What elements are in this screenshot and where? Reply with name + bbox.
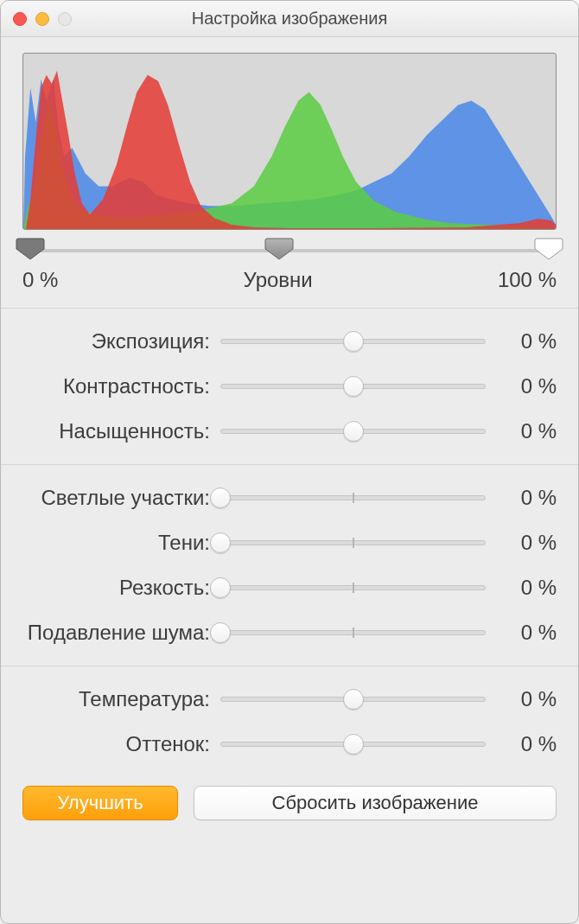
- saturation-row: Насыщенность:0 %: [10, 409, 557, 454]
- sharpness-slider[interactable]: [220, 577, 486, 599]
- tint-row: Оттенок:0 %: [10, 722, 557, 767]
- exposure-slider[interactable]: [220, 330, 486, 353]
- slider-thumb[interactable]: [343, 331, 364, 352]
- exposure-value: 0 %: [496, 329, 557, 354]
- levels-black-handle[interactable]: [16, 237, 45, 261]
- shadows-slider[interactable]: [220, 532, 486, 554]
- highlights-row: Светлые участки:0 %: [10, 475, 557, 520]
- slider-thumb[interactable]: [343, 376, 364, 397]
- highlights-value: 0 %: [496, 486, 557, 510]
- levels-slider[interactable]: [22, 237, 557, 266]
- contrast-slider[interactable]: [220, 375, 486, 398]
- sharpness-row: Резкость:0 %: [10, 565, 557, 610]
- levels-labels: 0 % Уровни 100 %: [22, 266, 557, 304]
- slider-thumb[interactable]: [343, 689, 364, 710]
- slider-thumb[interactable]: [210, 532, 231, 553]
- enhance-button[interactable]: Улучшить: [22, 786, 178, 820]
- slider-thumb[interactable]: [210, 487, 231, 508]
- levels-max-label: 100 %: [498, 268, 557, 292]
- reset-button[interactable]: Сбросить изображение: [194, 786, 557, 820]
- slider-thumb[interactable]: [343, 421, 364, 442]
- exposure-label: Экспозиция:: [10, 329, 210, 354]
- slider-thumb[interactable]: [343, 734, 364, 755]
- tint-label: Оттенок:: [10, 732, 210, 756]
- slider-tick: [353, 538, 354, 548]
- saturation-label: Насыщенность:: [10, 419, 210, 443]
- noise-label: Подавление шума:: [10, 621, 210, 645]
- saturation-slider[interactable]: [220, 420, 486, 443]
- tint-value: 0 %: [496, 732, 557, 756]
- sharpness-label: Резкость:: [10, 576, 210, 600]
- slider-group: Экспозиция:0 %Контрастность:0 %Насыщенно…: [1, 309, 578, 465]
- levels-white-handle[interactable]: [534, 237, 563, 261]
- button-bar: Улучшить Сбросить изображение: [1, 777, 578, 842]
- tint-slider[interactable]: [220, 733, 486, 755]
- shadows-label: Тени:: [10, 531, 210, 555]
- highlights-slider[interactable]: [220, 487, 486, 509]
- temperature-value: 0 %: [496, 687, 557, 711]
- titlebar: Настройка изображения: [1, 1, 578, 37]
- shadows-row: Тени:0 %: [10, 520, 557, 565]
- slider-thumb[interactable]: [210, 577, 231, 598]
- slider-group: Светлые участки:0 %Тени:0 %Резкость:0 %П…: [1, 465, 578, 666]
- slider-group: Температура:0 %Оттенок:0 %: [1, 666, 578, 777]
- noise-value: 0 %: [496, 621, 557, 645]
- slider-thumb[interactable]: [210, 622, 231, 643]
- window-title: Настройка изображения: [1, 9, 578, 29]
- noise-slider[interactable]: [220, 621, 486, 644]
- highlights-label: Светлые участки:: [10, 486, 210, 510]
- temperature-slider[interactable]: [220, 688, 486, 711]
- levels-gray-handle[interactable]: [264, 237, 294, 261]
- histogram-section: 0 % Уровни 100 %: [1, 37, 578, 309]
- noise-row: Подавление шума:0 %: [10, 610, 557, 655]
- temperature-row: Температура:0 %: [10, 677, 557, 722]
- slider-tick: [353, 583, 354, 593]
- image-adjust-window: Настройка изображения: [0, 0, 579, 924]
- histogram: [22, 53, 557, 230]
- saturation-value: 0 %: [496, 419, 557, 443]
- shadows-value: 0 %: [496, 531, 557, 555]
- slider-tick: [353, 493, 354, 503]
- contrast-value: 0 %: [496, 374, 557, 398]
- temperature-label: Температура:: [10, 687, 210, 711]
- sharpness-value: 0 %: [496, 576, 557, 600]
- content: 0 % Уровни 100 % Экспозиция:0 %Контрастн…: [1, 37, 578, 923]
- slider-tick: [353, 628, 354, 638]
- contrast-row: Контрастность:0 %: [10, 364, 557, 409]
- exposure-row: Экспозиция:0 %: [10, 319, 557, 364]
- contrast-label: Контрастность:: [10, 374, 210, 398]
- levels-center-label: Уровни: [244, 268, 313, 292]
- levels-min-label: 0 %: [22, 268, 58, 292]
